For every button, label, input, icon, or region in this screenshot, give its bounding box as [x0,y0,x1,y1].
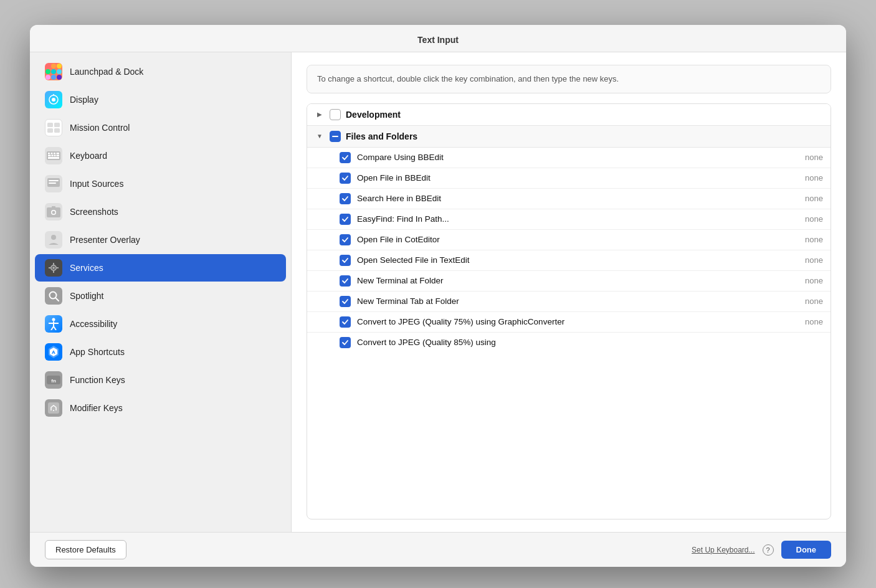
svg-rect-6 [54,128,60,133]
sidebar-item-modifier-keys[interactable]: Modifier Keys [35,394,286,422]
sidebar-item-display-label: Display [70,95,98,105]
shortcut-row-open-bbedit[interactable]: Open File in BBEdit none [307,168,831,189]
compare-bbedit-key: none [798,153,823,162]
svg-rect-4 [54,123,60,127]
svg-point-24 [51,235,56,240]
svg-point-22 [52,211,55,214]
jpeg75-checkbox[interactable] [340,316,351,328]
open-bbedit-checkbox[interactable] [340,173,351,184]
window-title: Text Input [417,35,459,45]
sidebar-item-input-sources[interactable]: Input Sources [35,170,286,197]
easyfind-label: EasyFind: Find In Path... [357,214,792,224]
sidebar-item-mission-label: Mission Control [70,123,130,133]
sidebar: Launchpad & Dock Display [30,52,292,532]
mission-icon [45,119,62,136]
shortcut-row-terminal-tab[interactable]: New Terminal Tab at Folder none [307,292,831,312]
sidebar-item-input-sources-label: Input Sources [70,179,123,189]
modifier-icon [45,399,62,417]
sidebar-item-mission[interactable]: Mission Control [35,114,286,141]
files-and-folders-group-row[interactable]: ▼ Files and Folders [307,126,831,148]
bottom-right: Set Up Keyboard... ? Done [692,541,831,559]
search-bbedit-label: Search Here in BBEdit [357,194,792,203]
accessibility-icon [45,315,62,333]
shortcut-row-jpeg75[interactable]: Convert to JPEG (Quality 75%) using Grap… [307,312,831,333]
sidebar-item-accessibility[interactable]: Accessibility [35,310,286,338]
sidebar-item-presenter-label: Presenter Overlay [70,235,140,245]
svg-text:fn: fn [51,378,56,384]
sidebar-item-spotlight-label: Spotlight [70,291,103,301]
terminal-tab-label: New Terminal Tab at Folder [357,296,792,306]
sidebar-item-launchpad[interactable]: Launchpad & Dock [35,58,286,85]
jpeg85-checkbox[interactable] [340,337,351,348]
terminal-tab-key: none [798,296,823,306]
svg-rect-11 [57,153,60,154]
files-and-folders-checkbox[interactable] [330,131,341,142]
easyfind-checkbox[interactable] [340,214,351,225]
svg-rect-43 [332,136,338,137]
jpeg75-label: Convert to JPEG (Quality 75%) using Grap… [357,317,792,326]
bottom-bar: Restore Defaults Set Up Keyboard... ? Do… [30,532,846,567]
shortcut-row-terminal-folder[interactable]: New Terminal at Folder none [307,271,831,292]
files-and-folders-chevron-icon[interactable]: ▼ [315,133,325,140]
screenshots-icon [45,203,62,220]
sidebar-item-launchpad-label: Launchpad & Dock [70,67,143,77]
svg-rect-3 [47,123,53,127]
open-bbedit-label: Open File in BBEdit [357,173,792,183]
search-bbedit-key: none [798,194,823,203]
sidebar-item-display[interactable]: Display [35,86,286,113]
development-chevron-icon[interactable]: ▶ [315,111,325,118]
shortcuts-list: ▶ Development ▼ Files and Folders [307,103,831,520]
svg-point-33 [52,318,55,321]
sidebar-item-function-keys[interactable]: fn Function Keys [35,366,286,394]
shortcut-row-textedit[interactable]: Open Selected File in TextEdit none [307,250,831,271]
launchpad-icon [45,63,62,80]
sidebar-item-spotlight[interactable]: Spotlight [35,282,286,310]
title-bar: Text Input [30,25,846,52]
svg-line-32 [55,298,59,301]
function-icon: fn [45,371,62,389]
done-button[interactable]: Done [781,541,832,559]
search-bbedit-checkbox[interactable] [340,193,351,204]
svg-rect-12 [48,155,51,157]
input-sources-icon [45,175,62,192]
compare-bbedit-checkbox[interactable] [340,152,351,163]
setup-keyboard-link[interactable]: Set Up Keyboard... [692,546,755,554]
compare-bbedit-label: Compare Using BBEdit [357,153,792,162]
sidebar-item-services-label: Services [70,263,103,273]
terminal-folder-label: New Terminal at Folder [357,276,792,285]
main-content: To change a shortcut, double click the k… [292,52,846,532]
hint-text: To change a shortcut, double click the k… [307,65,831,93]
svg-line-37 [54,326,56,330]
sidebar-item-app-shortcuts[interactable]: A App Shortcuts [35,338,286,366]
coteditor-checkbox[interactable] [340,234,351,245]
presenter-icon [45,231,62,249]
shortcut-row-compare-bbedit[interactable]: Compare Using BBEdit none [307,148,831,168]
content-area: Launchpad & Dock Display [30,52,846,532]
sidebar-item-services[interactable]: Services [35,254,286,282]
svg-rect-15 [57,155,60,157]
textedit-checkbox[interactable] [340,255,351,266]
app-shortcuts-icon: A [45,343,62,361]
sidebar-item-screenshots[interactable]: Screenshots [35,198,286,225]
restore-defaults-button[interactable]: Restore Defaults [45,540,126,559]
svg-rect-5 [47,128,53,133]
sidebar-item-keyboard[interactable]: Keyboard [35,142,286,169]
development-checkbox[interactable] [330,109,341,120]
sidebar-item-accessibility-label: Accessibility [70,319,117,329]
textedit-label: Open Selected File in TextEdit [357,255,792,265]
help-icon[interactable]: ? [763,544,774,556]
jpeg75-key: none [798,317,823,326]
terminal-folder-checkbox[interactable] [340,275,351,287]
shortcut-row-coteditor[interactable]: Open File in CotEditor none [307,230,831,250]
svg-rect-9 [51,153,53,154]
sidebar-item-presenter[interactable]: Presenter Overlay [35,226,286,254]
easyfind-key: none [798,214,823,224]
shortcut-row-search-bbedit[interactable]: Search Here in BBEdit none [307,189,831,209]
svg-rect-10 [54,153,55,154]
shortcut-row-jpeg85-partial[interactable]: Convert to JPEG (Quality 85%) using [307,333,831,353]
development-group-row[interactable]: ▶ Development [307,104,831,126]
services-icon [45,259,62,277]
sidebar-item-function-keys-label: Function Keys [70,375,125,385]
terminal-tab-checkbox[interactable] [340,296,351,307]
shortcut-row-easyfind[interactable]: EasyFind: Find In Path... none [307,209,831,230]
